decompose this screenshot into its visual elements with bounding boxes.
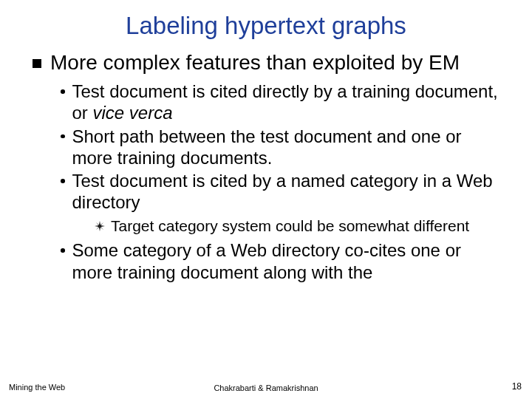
bullet-level2: Some category of a Web directory co-cite… (61, 239, 505, 283)
slide-number: 18 (512, 381, 522, 392)
bullet-level2-text: Short path between the test document and… (72, 126, 506, 169)
dot-bullet-icon (61, 179, 65, 183)
bullet-level2-text: Test document is cited by a named catego… (72, 170, 506, 214)
dot-bullet-icon (61, 248, 65, 253)
footer-left: Mining the Web (9, 383, 65, 392)
footer-center: Chakrabarti & Ramakrishnan (214, 383, 318, 392)
square-bullet-icon (33, 59, 41, 68)
text-fragment-italic: vice verca (93, 103, 173, 123)
bullet-level1: More complex features than exploited by … (33, 50, 505, 75)
slide-title: Labeling hypertext graphs (27, 12, 505, 40)
bullet-level2: Test document is cited directly by a tra… (61, 81, 505, 124)
bullet-level3-text: Target category system could be somewhat… (111, 216, 469, 236)
dot-bullet-icon (61, 134, 65, 139)
starburst-bullet-icon (95, 221, 105, 231)
bullet-level2-text: Test document is cited directly by a tra… (72, 81, 506, 124)
bullet-level2: Short path between the test document and… (61, 126, 505, 169)
dot-bullet-icon (61, 89, 65, 94)
bullet-level2-text: Some category of a Web directory co-cite… (72, 239, 506, 283)
bullet-level2: Test document is cited by a named catego… (61, 170, 505, 214)
bullet-level1-text: More complex features than exploited by … (50, 50, 460, 75)
bullet-level3: Target category system could be somewhat… (95, 216, 505, 236)
